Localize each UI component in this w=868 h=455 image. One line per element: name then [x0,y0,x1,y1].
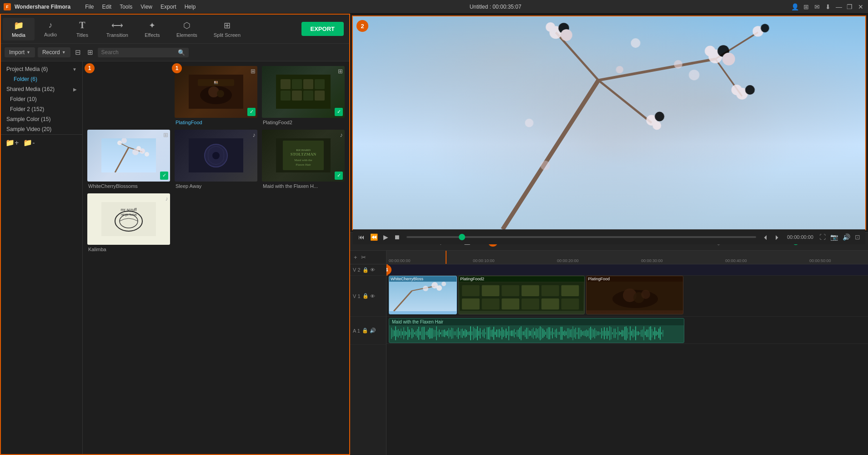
clip-plating1[interactable]: PlatingFood [586,276,683,314]
fullscreen-btn[interactable]: ⛶ [818,232,827,242]
step-back-btn[interactable]: ⏪ [368,232,380,243]
svg-point-56 [732,85,742,95]
clip-whitecherry-header: WhiteCherryBloss [389,276,457,282]
menu-tools[interactable]: Tools [116,3,136,11]
playhead-dot [459,234,465,240]
clip-plating1-header: PlatingFood [587,276,683,282]
sidebar-item-folder2[interactable]: Folder 2 (152) [1,104,82,114]
volume-btn[interactable]: 🔊 [841,232,852,242]
new-folder-btn[interactable]: 📁+ [5,137,20,148]
minimize-btn[interactable]: — [835,3,843,10]
menu-view[interactable]: View [137,3,156,11]
skip-back-btn[interactable]: ⏮ [356,232,366,243]
a1-lock-btn[interactable]: 🔒 [362,328,368,334]
v1-lock-btn[interactable]: 🔒 [362,293,369,299]
svg-rect-14 [315,91,325,101]
tab-splitscreen[interactable]: ⊞ Split Screen [206,18,249,40]
nav-tabs: 📁 Media ♪ Audio T Titles ⟷ Transition ✦ … [1,15,349,44]
close-btn[interactable]: ✕ [857,3,864,10]
tab-media[interactable]: 📁 Media [3,18,35,40]
titlebar: F Wondershare Filmora File Edit Tools Vi… [0,0,868,14]
v1-icons: 🔒 👁 [362,293,375,299]
user-icon[interactable]: 👤 [792,3,799,10]
svg-rect-82 [561,285,579,296]
track-v2-num: V 2 [353,267,361,273]
record-button[interactable]: Record ▼ [38,47,70,57]
effects-tab-icon: ✦ [149,20,156,30]
grid-view-btn[interactable]: ⊞ [85,46,95,58]
media-item-platingfood2[interactable]: ⊞ ✓ PlatingFood2 [262,66,345,125]
tab-titles[interactable]: T Titles [66,17,98,40]
svg-rect-79 [502,285,519,296]
sidebar-item-sample-color[interactable]: Sample Color (15) [1,114,82,124]
stop-btn[interactable]: ⏹ [392,232,402,243]
scissors-btn[interactable]: ✂ [360,253,367,262]
tab-audio[interactable]: ♪ Audio [35,18,66,40]
timeline-ruler[interactable]: 00:00:00:00 00:00:10:00 00:00:20:00 00:0… [386,251,868,264]
remove-folder-btn[interactable]: 📁- [22,137,35,148]
svg-rect-9 [303,79,313,89]
svg-point-63 [674,60,682,69]
snapshot-btn[interactable]: 📷 [829,232,839,242]
media-item-cherryblossoms[interactable]: ⊞ ✓ WhiteCherryBlossoms [87,130,170,189]
svg-rect-12 [292,91,302,101]
platingfood2-thumb: ⊞ ✓ [262,66,345,118]
svg-point-74 [442,282,446,286]
sidebar-item-folder10[interactable]: Folder (10) [1,94,82,104]
svg-point-73 [437,285,442,291]
titlebar-left: F Wondershare Filmora File Edit Tools Vi… [4,3,199,11]
v2-lock-btn[interactable]: 🔒 [362,267,369,273]
tracks-container: 4 WhiteCherryBloss [386,264,868,455]
add-track-btn[interactable]: + [353,253,358,262]
layout-icon[interactable]: ⊞ [803,3,810,10]
mark-out-btn[interactable]: ⏵ [773,232,783,243]
playhead-bar[interactable] [406,236,756,238]
svg-point-52 [705,46,715,56]
titlebar-right: 👤 ⊞ ✉ ⬇ — ❐ ✕ [792,3,864,10]
download-icon[interactable]: ⬇ [824,3,832,10]
v1-eye-btn[interactable]: 👁 [370,293,375,299]
tab-transition[interactable]: ⟷ Transition [98,18,136,40]
svg-point-61 [761,24,769,32]
chevron-right-icon: ▶ [73,87,77,92]
sidebar-item-folder[interactable]: Folder (6) [1,74,82,84]
mail-icon[interactable]: ✉ [813,3,821,10]
media-item-maidflaxen[interactable]: RICHARD STOLTZMAN Maid with the Flaxen H… [262,130,345,189]
media-item-platingfood[interactable]: 1 🍱 [175,66,257,125]
search-box[interactable]: 🔍 [98,48,189,57]
clip-plating2[interactable]: PlatingFood2 [458,276,585,314]
svg-point-28 [212,152,220,159]
grid-view-icon3: ⊞ [163,131,168,138]
media-item-sleepaway[interactable]: ♪ Sleep Away [175,130,257,189]
export-button[interactable]: EXPORT [301,22,344,36]
playhead-line [446,251,447,264]
sidebar-item-project-media[interactable]: Project Media (6) ▼ [1,64,82,74]
menu-file[interactable]: File [81,3,97,11]
tab-elements[interactable]: ⬡ Elements [168,18,206,40]
sidebar-item-sample-video[interactable]: Sample Video (20) [1,124,82,134]
pip-btn[interactable]: ⊡ [853,232,862,242]
import-button[interactable]: Import ▼ [5,47,35,57]
a1-speaker-btn[interactable]: 🔊 [370,328,376,334]
clip-maidflaxen[interactable]: Maid with the Flaxen Hair [389,318,684,343]
tab-effects[interactable]: ✦ Effects [136,18,168,40]
svg-text:ninja tuna: ninja tuna [121,212,137,217]
timeline-area: + ✂ V 2 🔒 👁 V 1 [350,251,868,455]
menu-export[interactable]: Export [157,3,180,11]
svg-point-64 [689,70,699,80]
clip-plating2-header: PlatingFood2 [459,276,584,282]
maximize-btn[interactable]: ❐ [846,3,853,10]
menu-help[interactable]: Help [181,3,200,11]
play-btn[interactable]: ▶ [381,232,390,243]
menu-edit[interactable]: Edit [98,3,115,11]
timeline-header-space: + ✂ [350,251,386,264]
track-v1: WhiteCherryBloss [386,276,868,317]
sidebar-item-shared-media[interactable]: Shared Media (162) ▶ [1,84,82,94]
search-input[interactable] [101,49,178,56]
grid-view-icon2: ⊞ [338,68,343,75]
clip-whitecherry[interactable]: WhiteCherryBloss [389,276,457,314]
media-item-kalimba[interactable]: mr scruff ninja tuna ♪ Kalimba [87,193,170,253]
filter-icon-btn[interactable]: ⊟ [73,46,83,58]
v2-eye-btn[interactable]: 👁 [370,267,375,273]
mark-in-btn[interactable]: ⏴ [761,232,771,243]
